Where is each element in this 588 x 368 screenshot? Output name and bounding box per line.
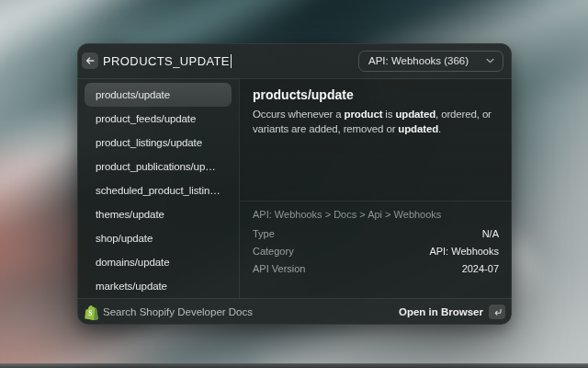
detail-title: products/update	[253, 87, 499, 102]
breadcrumb: API: Webhooks > Docs > Api > Webhooks	[253, 208, 499, 222]
extension-name: Search Shopify Developer Docs	[103, 306, 399, 317]
desktop: PRODUCTS_UPDATE API: Webhooks (366) prod…	[0, 0, 588, 368]
list-item[interactable]: themes/update	[85, 202, 232, 226]
arrow-left-icon	[85, 55, 96, 66]
search-input[interactable]: PRODUCTS_UPDATE	[103, 54, 358, 68]
list-item[interactable]: products/update	[85, 83, 232, 107]
metadata-label: API Version	[253, 263, 305, 274]
enter-key-icon	[489, 305, 505, 319]
description-segment: updated	[398, 123, 438, 134]
description-segment: updated	[395, 109, 435, 120]
metadata-row: CategoryAPI: Webhooks	[253, 242, 499, 259]
chevron-down-icon	[486, 58, 494, 63]
category-dropdown-label: API: Webhooks (366)	[368, 55, 469, 66]
metadata-label: Category	[253, 246, 294, 257]
search-bar: PRODUCTS_UPDATE API: Webhooks (366)	[77, 43, 512, 79]
description-segment: product	[345, 109, 383, 120]
detail-description: Occurs whenever a product is updated, or…	[253, 107, 499, 136]
list-item[interactable]: domains/update	[85, 250, 232, 274]
svg-text:S: S	[88, 309, 92, 316]
results-list: products/updateproduct_feeds/updateprodu…	[77, 79, 239, 298]
list-item[interactable]: markets/update	[85, 274, 232, 298]
list-item[interactable]: product_publications/update	[85, 155, 232, 178]
metadata-value: N/A	[482, 228, 499, 239]
metadata-row: API Version2024-07	[253, 259, 499, 277]
category-dropdown[interactable]: API: Webhooks (366)	[358, 51, 503, 72]
metadata-value: API: Webhooks	[429, 246, 499, 257]
list-item[interactable]: product_listings/update	[85, 131, 232, 155]
launcher-window: PRODUCTS_UPDATE API: Webhooks (366) prod…	[77, 43, 512, 325]
open-in-browser-action[interactable]: Open in Browser	[399, 306, 483, 317]
list-item[interactable]: scheduled_product_listings/upd...	[85, 178, 232, 202]
action-bar: S Search Shopify Developer Docs Open in …	[77, 298, 512, 325]
shopify-icon: S	[84, 304, 98, 320]
metadata-label: Type	[253, 228, 275, 239]
list-item[interactable]: product_feeds/update	[85, 107, 232, 131]
text-cursor	[231, 54, 232, 68]
back-button[interactable]	[82, 52, 98, 69]
window-body: products/updateproduct_feeds/updateprodu…	[77, 79, 512, 298]
metadata-value: 2024-07	[462, 263, 499, 274]
metadata-row: TypeN/A	[253, 224, 499, 242]
description-segment: is	[382, 109, 395, 120]
metadata-section: API: Webhooks > Docs > Api > Webhooks Ty…	[240, 201, 512, 277]
description-segment: Occurs whenever a	[253, 109, 345, 120]
metadata-rows: TypeN/ACategoryAPI: WebhooksAPI Version2…	[253, 224, 499, 277]
list-item[interactable]: shop/update	[85, 226, 232, 250]
desktop-bottom-strip	[0, 363, 588, 368]
detail-panel: products/update Occurs whenever a produc…	[239, 79, 512, 298]
search-query-text: PRODUCTS_UPDATE	[103, 54, 230, 68]
description-segment: .	[438, 123, 441, 134]
